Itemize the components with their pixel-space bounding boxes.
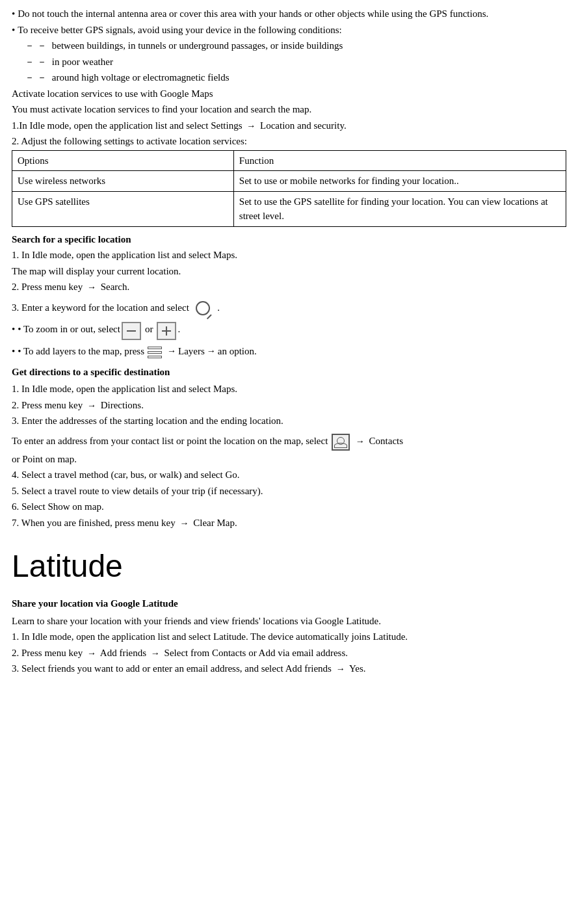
sub-weather-text: in poor weather [52,55,113,70]
dash-1: － － [25,38,47,53]
sub-item-buildings: － － between buildings, in tunnels or und… [25,38,566,53]
arrow-directions: → [87,399,96,412]
directions-line3-text: 3. Enter the addresses of the starting l… [12,416,283,426]
zoom-plus-icon [157,322,176,340]
activate-line1-text: You must activate location services to f… [12,104,311,114]
zoom-text-before: • To zoom in or out, select [18,322,120,337]
directions-line7-text: 6. Select Show on map. [12,501,104,512]
activate-line3-text: 2. Adjust the following settings to acti… [12,136,247,146]
search-icon [194,300,213,318]
no-touch-text: Do not touch the internal antenna area o… [18,7,488,21]
directions-line7: 6. Select Show on map. [12,499,566,514]
activate-line2-after: Location and security. [260,120,347,131]
latitude-line3: 2. Press menu key → Add friends → Select… [12,646,566,661]
layer-bar-3 [148,356,162,358]
arrow-layers-1: → [167,344,176,358]
arrow-search: → [87,280,96,294]
table-cell-function-1: Set to use or mobile networks for findin… [233,171,566,192]
layers-text-mid: Layers [178,344,205,359]
latitude-line2-text: 1. In Idle mode, open the application li… [12,631,408,642]
sub-item-voltage: － － around high voltage or electromagnet… [25,70,566,85]
zoom-or-text: or [145,322,153,337]
search-line4-after: . [217,302,220,313]
latitude-line4: 3. Select friends you want to add or ent… [12,661,566,676]
directions-line4-end: or Point on map. [12,452,566,467]
table-row: Use GPS satellites Set to use the GPS sa… [12,191,566,226]
zoom-minus-icon [122,322,141,340]
sub-voltage-text: around high voltage or electromagnetic f… [52,70,230,85]
layer-bar-1 [148,347,162,349]
search-line4: 3. Enter a keyword for the location and … [12,300,566,318]
gps-signals-text: To receive better GPS signals, avoid usi… [18,23,341,38]
options-table: Options Function Use wireless networks S… [12,150,566,227]
arrow-contact: → [356,434,365,448]
directions-heading: Get directions to a specific destination [12,365,566,380]
directions-line3: 3. Enter the addresses of the starting l… [12,414,566,429]
activate-line1: You must activate location services to f… [12,102,566,117]
directions-line6-text: 5. Select a travel route to view details… [12,486,263,496]
latitude-line1: Learn to share your location with your f… [12,614,566,629]
latitude-line1-text: Learn to share your location with your f… [12,616,381,626]
directions-line5-text: 4. Select a travel method (car, bus, or … [12,469,240,480]
activate-line3: 2. Adjust the following settings to acti… [12,134,566,149]
directions-line2-before: 2. Press menu key [12,400,83,410]
layers-text-before: • To add layers to the map, press [18,344,144,359]
directions-line4: To enter an address from your contact li… [12,434,566,451]
latitude-line3-mid: Add friends [100,648,146,658]
table-cell-function-2: Set to use the GPS satellite for finding… [233,191,566,226]
activate-heading: Activate location services to use with G… [12,86,566,101]
bullet-dot-zoom: • [12,322,15,337]
directions-heading-text: Get directions to a specific destination [12,367,170,377]
directions-line4-end-text: or Point on map. [12,454,77,464]
directions-line1: 1. In Idle mode, open the application li… [12,382,566,397]
bullet-dot-layers: • [12,344,15,359]
latitude-line3-before: 2. Press menu key [12,648,83,658]
arrow-settings: → [246,119,256,133]
arrow-add-friends: → [87,646,96,660]
zoom-text-after: . [177,322,180,337]
table-row: Use wireless networks Set to use or mobi… [12,171,566,192]
search-line1-text: 1. In Idle mode, open the application li… [12,250,237,260]
layer-bar-2 [148,351,162,354]
directions-line6: 5. Select a travel route to view details… [12,484,566,499]
directions-line8: 7. When you are finished, press menu key… [12,516,566,531]
directions-line8-after: Clear Map. [193,518,237,528]
directions-line8-before: 7. When you are finished, press menu key [12,518,176,528]
table-cell-option-1: Use wireless networks [12,171,234,192]
layers-text-after: an option. [218,344,257,359]
bullet-dot-2: • [12,23,15,38]
latitude-line4-before: 3. Select friends you want to add or ent… [12,663,332,674]
table-header-options: Options [12,150,234,171]
arrow-clear: → [180,516,189,530]
table-header-function: Function [233,150,566,171]
search-line3-before: 2. Press menu key [12,282,83,292]
directions-line4-after: Contacts [369,436,404,446]
latitude-heading: Latitude [12,543,566,590]
activate-line2: 1.In Idle mode, open the application lis… [12,118,566,133]
arrow-yes: → [336,662,345,676]
search-line2-text: The map will display your current locati… [12,266,181,276]
search-heading: Search for a specific location [12,232,566,247]
arrow-layers-2: → [207,344,216,358]
search-line2: The map will display your current locati… [12,264,566,279]
page-content: • Do not touch the internal antenna area… [12,7,566,676]
directions-line2: 2. Press menu key → Directions. [12,398,566,413]
bullet-zoom: • • To zoom in or out, select or . [12,322,566,340]
latitude-line2: 1. In Idle mode, open the application li… [12,629,566,644]
bullet-dot-1: • [12,7,15,21]
bullet-gps-signals: • To receive better GPS signals, avoid u… [12,23,566,38]
search-heading-text: Search for a specific location [12,234,131,244]
directions-line5: 4. Select a travel method (car, bus, or … [12,468,566,482]
search-line1: 1. In Idle mode, open the application li… [12,248,566,263]
layers-icon [146,344,164,361]
search-line3-after: Search. [101,282,130,292]
table-cell-option-2: Use GPS satellites [12,191,234,226]
bullet-no-touch: • Do not touch the internal antenna area… [12,7,566,21]
search-line4-before: 3. Enter a keyword for the location and … [12,302,189,313]
latitude-line4-after: Yes. [349,663,366,674]
directions-line2-after: Directions. [101,400,144,410]
activate-heading-text: Activate location services to use with G… [12,88,213,99]
latitude-line3-after: Select from Contacts or Add via email ad… [164,648,348,658]
directions-line4-before: To enter an address from your contact li… [12,436,328,446]
dash-3: － － [25,70,47,85]
